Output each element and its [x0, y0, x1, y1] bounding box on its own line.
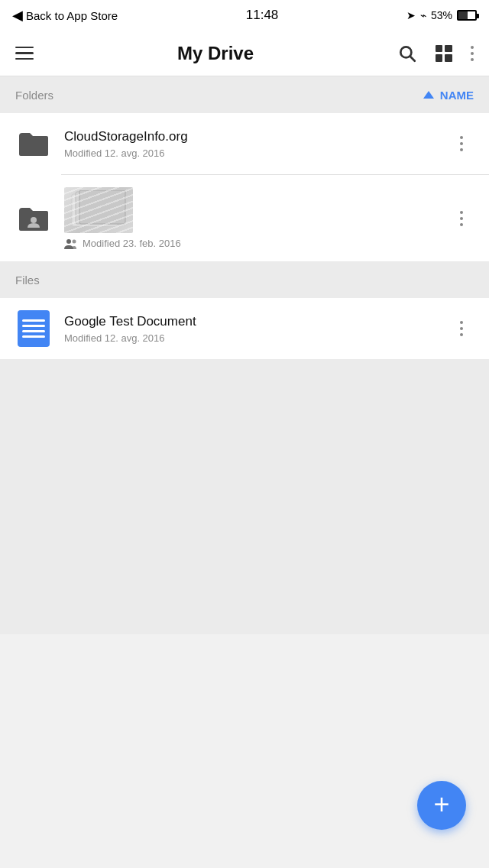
more-options-button[interactable]: [471, 46, 474, 61]
status-bar: ◀ Back to App Store 11:48 ➤ ⌁ 53%: [0, 0, 489, 31]
file-doc-content: Google Test Document Modified 12. avg. 2…: [64, 314, 449, 344]
empty-area: [0, 359, 489, 634]
folders-section-header: Folders NAME: [0, 76, 489, 113]
page-title: My Drive: [177, 43, 254, 64]
back-chevron-icon: ◀: [12, 7, 23, 24]
sort-button[interactable]: NAME: [423, 89, 474, 102]
file-item-google-doc[interactable]: Google Test Document Modified 12. avg. 2…: [0, 298, 489, 359]
svg-point-2: [31, 217, 37, 223]
svg-point-7: [73, 239, 76, 243]
folder-cloud-name: CloudStorageInfo.org: [64, 129, 449, 144]
folders-list: CloudStorageInfo.org Modified 12. avg. 2…: [0, 113, 489, 261]
app-bar: My Drive: [0, 31, 489, 76]
file-doc-more-button[interactable]: [449, 321, 474, 336]
file-icon-doc: [15, 310, 52, 347]
folder-cloud-meta: Modified 12. avg. 2016: [64, 147, 449, 159]
file-doc-dots-icon: [460, 321, 463, 336]
fab-plus-icon: +: [433, 791, 449, 818]
location-icon: ➤: [406, 9, 416, 21]
folder-item-cloud[interactable]: CloudStorageInfo.org Modified 12. avg. 2…: [0, 113, 489, 174]
folder-cloud-dots-icon: [460, 136, 463, 151]
battery-icon: [457, 10, 477, 21]
folder-icon: [18, 130, 50, 157]
search-icon: [397, 44, 417, 63]
folder-icon-cloud: [15, 125, 52, 162]
app-bar-actions: [397, 44, 474, 63]
folder-shared-content: Modified 23. feb. 2016: [64, 187, 449, 249]
folder-shared-meta: Modified 23. feb. 2016: [64, 238, 449, 249]
files-list: Google Test Document Modified 12. avg. 2…: [0, 298, 489, 359]
back-label[interactable]: Back to App Store: [26, 9, 118, 22]
files-section-header: Files: [0, 261, 489, 298]
shared-folder-icon: [18, 205, 50, 232]
file-doc-meta: Modified 12. avg. 2016: [64, 332, 449, 344]
folder-shared-more-button[interactable]: [449, 211, 474, 226]
folder-cloud-content: CloudStorageInfo.org Modified 12. avg. 2…: [64, 129, 449, 159]
grid-icon: [436, 45, 452, 62]
fab-add-button[interactable]: +: [417, 781, 466, 830]
folders-label: Folders: [15, 89, 53, 102]
file-doc-name: Google Test Document: [64, 314, 449, 329]
folder-cloud-modified: Modified 12. avg. 2016: [64, 147, 165, 159]
status-right: ➤ ⌁ 53%: [406, 9, 477, 21]
folder-shared-modified: Modified 23. feb. 2016: [83, 238, 181, 249]
folder-cloud-more-button[interactable]: [449, 136, 474, 151]
vertical-dots-icon: [471, 46, 474, 61]
status-time: 11:48: [246, 8, 279, 23]
hamburger-icon: [15, 47, 34, 60]
battery-percent: 53%: [431, 9, 452, 21]
folder-shared-thumbnail: [64, 187, 133, 233]
doc-icon: [18, 310, 50, 347]
file-doc-modified: Modified 12. avg. 2016: [64, 332, 165, 344]
folder-item-shared[interactable]: Modified 23. feb. 2016: [0, 175, 489, 261]
menu-button[interactable]: [15, 47, 34, 60]
sort-arrow-icon: [423, 91, 434, 99]
svg-point-6: [66, 239, 71, 244]
sort-label: NAME: [440, 89, 474, 102]
folder-icon-shared: [15, 200, 52, 237]
grid-view-button[interactable]: [436, 45, 452, 62]
people-icon: [64, 238, 78, 249]
svg-line-1: [410, 56, 415, 60]
files-label: Files: [15, 274, 40, 287]
status-back[interactable]: ◀ Back to App Store: [12, 7, 118, 24]
search-button[interactable]: [397, 44, 417, 63]
bluetooth-icon: ⌁: [420, 9, 426, 21]
folder-shared-dots-icon: [460, 211, 463, 226]
